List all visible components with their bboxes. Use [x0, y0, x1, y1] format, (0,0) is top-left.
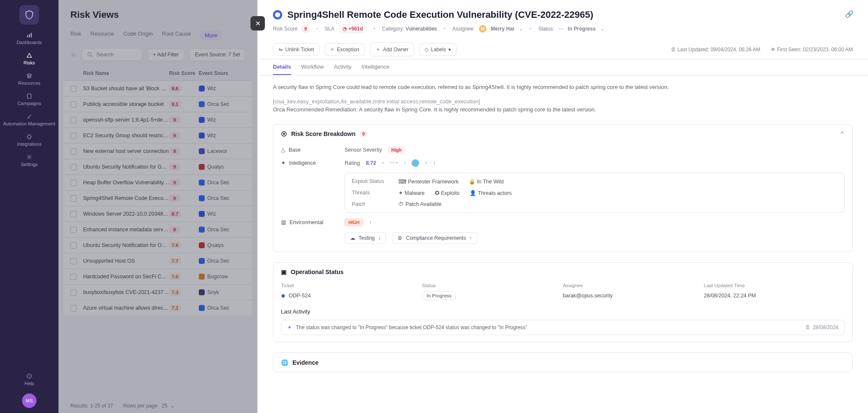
env-high-badge: HIGH — [345, 219, 363, 226]
add-owner-button[interactable]: ＋ Add Owner — [370, 42, 414, 56]
close-drawer-button[interactable]: ✕ — [250, 16, 265, 30]
row-checkbox[interactable] — [70, 86, 77, 92]
event-source: Qualys — [199, 242, 245, 248]
tab-code-origin[interactable]: Code Origin — [123, 30, 153, 40]
table-row[interactable]: New external host server connection9Lace… — [64, 143, 252, 159]
labels-button[interactable]: ◇ Labels ▾ — [419, 43, 456, 56]
nav-label: Settings — [21, 162, 38, 167]
row-checkbox[interactable] — [70, 242, 77, 249]
nav-campaigns[interactable]: Campaigns — [17, 93, 41, 106]
nav-risks[interactable]: Risks — [24, 53, 35, 65]
table-row[interactable]: Hardcoded Password on SecFi Container7.6… — [64, 269, 252, 284]
add-filter-button[interactable]: + Add Filter — [147, 48, 184, 61]
event-source-filter[interactable]: Event Source: 7 Sel — [189, 48, 245, 61]
tab-root-cause[interactable]: Root Cause — [162, 30, 191, 40]
unlink-ticket-button[interactable]: ⇋ Unlink Ticket — [273, 43, 320, 56]
table-row[interactable]: openssh-sftp-server 1:8.4p1-5+deb11…9Wiz — [64, 112, 252, 128]
table-row[interactable]: Unsupported Host OS7.7Orca Sec — [64, 253, 252, 269]
tab-risk[interactable]: Risk — [70, 30, 81, 40]
table-row[interactable]: S3 Bucket should have all 'Block Publi…9… — [64, 80, 252, 96]
table-row[interactable]: Enhanced instance metadata service …8Orc… — [64, 222, 252, 237]
chevron-down-icon[interactable]: ⌄ — [600, 26, 604, 32]
col-event-source[interactable]: Event Sourc — [199, 70, 245, 76]
table-row[interactable]: EC2 Security Group should restrict SS…9W… — [64, 128, 252, 143]
svg-point-7 — [88, 53, 91, 56]
svg-rect-2 — [31, 33, 32, 38]
risk-name: Publicly accessible storage bucket — [83, 101, 169, 107]
row-checkbox[interactable] — [70, 133, 77, 139]
first-seen: 👁 First Seen: 02/23/2023, 06:00 AM — [771, 47, 853, 53]
col-risk-score[interactable]: Risk Score — [169, 70, 199, 76]
table-row[interactable]: busybox/busybox CVE-2021-42379 – U…7.3Sn… — [64, 284, 252, 300]
search-input[interactable]: Search — [81, 48, 142, 61]
globe-icon: ✦ — [281, 160, 286, 166]
subtab-activity[interactable]: Activity — [334, 64, 351, 75]
row-checkbox[interactable] — [70, 211, 77, 217]
risk-score-badge: 9 — [169, 179, 180, 186]
chevron-down-icon[interactable]: ⌄ — [519, 26, 523, 32]
nav-resources[interactable]: Resources — [18, 73, 41, 86]
row-checkbox[interactable] — [70, 305, 77, 311]
user-icon: 👤 — [470, 190, 476, 196]
arrow-up-icon: ↑ — [369, 219, 372, 225]
tab-more[interactable]: More — [200, 30, 222, 40]
subtab-workflow[interactable]: Workflow — [301, 64, 324, 75]
row-checkbox[interactable] — [70, 148, 77, 155]
row-checkbox[interactable] — [70, 258, 77, 264]
row-checkbox[interactable] — [70, 274, 77, 280]
event-source: Wiz — [199, 133, 245, 139]
results-count: Results: 1-25 of 37 — [70, 403, 113, 409]
table-row[interactable]: Spring4Shell Remote Code Execution …9Orc… — [64, 190, 252, 206]
event-source: Orca Sec — [199, 305, 245, 311]
svg-line-8 — [91, 55, 92, 57]
clock-icon: ⏱ — [398, 201, 404, 207]
subtab-details[interactable]: Details — [273, 64, 291, 75]
row-checkbox[interactable] — [70, 117, 77, 123]
nav-settings[interactable]: Settings — [21, 154, 38, 167]
table-row[interactable]: Ubuntu Security Notification for Open…7.… — [64, 237, 252, 253]
card-title: Risk Score Breakdown — [291, 130, 356, 137]
description: A security flaw in Spring Core could lea… — [273, 83, 853, 114]
status-icon: ⋯ — [559, 26, 564, 32]
ticket-link[interactable]: ◆ ODP-524 — [281, 291, 422, 300]
table-row[interactable]: Ubuntu Security Notification for GRU…9Qu… — [64, 159, 252, 175]
row-checkbox[interactable] — [70, 289, 77, 296]
permalink-icon[interactable]: 🔗 — [845, 10, 854, 18]
table-row[interactable]: Windows Server 2022-10.0.20348.124…8.7Wi… — [64, 206, 252, 222]
nav-label: Integrations — [17, 141, 41, 147]
nav-dashboards[interactable]: Dashboards — [17, 32, 42, 45]
user-avatar[interactable]: MS — [22, 394, 36, 408]
tab-resource[interactable]: Resource — [90, 30, 114, 40]
detail-title: Spring4Shell Remote Code Execution Vulne… — [287, 9, 593, 20]
status-value[interactable]: In Progress — [568, 26, 596, 32]
collapse-icon[interactable]: ⌃ — [840, 130, 845, 137]
intel-rating: 8.72 — [366, 160, 376, 166]
event-source: Wiz — [199, 117, 245, 123]
favorite-icon[interactable]: ☆ — [70, 50, 76, 58]
row-checkbox[interactable] — [70, 101, 77, 108]
table-row[interactable]: Azure virtual machine allows direct pu…7… — [64, 300, 252, 316]
nav-help[interactable]: ? Help — [25, 373, 34, 386]
risk-name: Azure virtual machine allows direct pu… — [83, 305, 169, 311]
rows-per-page[interactable]: Rows per page 25 ⌄ — [123, 403, 175, 409]
trend-icon: 〰↗ — [390, 160, 398, 166]
row-checkbox[interactable] — [70, 164, 77, 170]
exception-button[interactable]: ✧ Exception — [325, 43, 365, 56]
gauge-icon: ⦿ — [281, 130, 287, 137]
assignee-name[interactable]: Merry Har — [491, 26, 515, 32]
row-checkbox[interactable] — [70, 195, 77, 202]
subtab-intelligence[interactable]: Intelligence — [362, 64, 389, 75]
table-row[interactable]: Heap Buffer Overflow Vulnerability fou…9… — [64, 175, 252, 190]
user-plus-icon: ＋ — [376, 46, 381, 53]
nav-automation[interactable]: Automation Management — [3, 114, 56, 126]
col-risk-name[interactable]: Risk Name — [83, 70, 169, 76]
table-row[interactable]: Publicly accessible storage bucket9.1Orc… — [64, 96, 252, 112]
search-icon — [87, 52, 93, 58]
risk-score-badge: 9 — [169, 148, 180, 155]
nav-integrations[interactable]: Integrations — [17, 134, 41, 147]
row-checkbox[interactable] — [70, 227, 77, 233]
row-checkbox[interactable] — [70, 180, 77, 186]
source-icon — [199, 117, 205, 123]
intel-detail-panel: Exploit Status ⌨ Pentester Framework 🔒 I… — [345, 173, 845, 213]
eye-icon: 👁 — [771, 47, 776, 53]
